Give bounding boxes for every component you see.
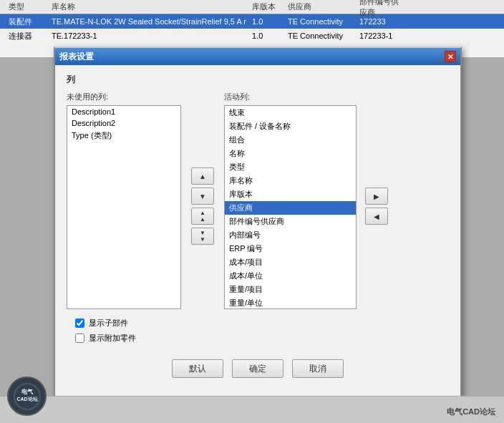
col-version-header: 库版本 xyxy=(246,1,282,12)
move-down-button[interactable]: ▼ xyxy=(191,188,214,205)
cell-partno: 172233-1 xyxy=(354,31,411,40)
show-addons-label: 显示附加零件 xyxy=(89,333,136,344)
list-item[interactable]: 重量/项目 xyxy=(225,283,356,296)
unused-listbox[interactable]: Description1 Description2 Type (类型) xyxy=(67,105,181,309)
unused-label: 未使用的列: xyxy=(67,92,181,102)
list-item[interactable]: 库名称 xyxy=(225,174,356,188)
list-item[interactable]: 线束 xyxy=(225,106,356,120)
cell-vendor: TE Connectivity xyxy=(282,31,354,40)
right-logo-text: 电气CAD论坛 xyxy=(447,407,495,416)
cell-name: TE.172233-1 xyxy=(46,31,246,40)
list-item[interactable]: 成本/项目 xyxy=(225,256,356,269)
move-up-button[interactable]: ▲ xyxy=(191,167,214,185)
add-to-active-button[interactable]: ▶ xyxy=(365,188,388,205)
cancel-button[interactable]: 取消 xyxy=(292,359,344,378)
list-item[interactable]: 库版本 xyxy=(225,188,356,201)
col-partno-header: 部件编号供应商 xyxy=(354,0,411,18)
table-header: 类型 库名称 库版本 供应商 部件编号供应商 xyxy=(0,0,504,14)
dialog-content: 列 未使用的列: Description1 Description2 Type … xyxy=(55,65,460,389)
remove-from-active-button[interactable]: ◀ xyxy=(365,208,388,225)
active-listbox[interactable]: 线束 装配件 / 设备名称 组合 名称 类型 库名称 库版本 供应商 部件编号供… xyxy=(224,105,357,309)
active-columns-panel: 活动列: 线束 装配件 / 设备名称 组合 名称 类型 库名称 库版本 供应商 … xyxy=(224,92,357,309)
cell-type: 装配件 xyxy=(3,16,46,27)
active-label: 活动列: xyxy=(224,92,357,102)
default-button[interactable]: 默认 xyxy=(172,359,223,378)
move-bottom-button[interactable]: ▼▼ xyxy=(191,228,214,245)
logo-icon: 电气 CAD论坛 xyxy=(13,382,42,411)
bottom-bar: 电气 CAD论坛 电气CAD论坛 xyxy=(0,396,504,423)
list-item[interactable]: 重量/单位 xyxy=(225,296,356,309)
svg-text:CAD论坛: CAD论坛 xyxy=(16,397,38,402)
table-row[interactable]: 装配件 TE.MATE-N-LOK 2W Sealed Socket/Strai… xyxy=(0,14,504,29)
confirm-button[interactable]: 确定 xyxy=(232,359,284,378)
list-item[interactable]: 内部编号 xyxy=(225,228,356,242)
move-top-button[interactable]: ▲▲ xyxy=(191,208,214,225)
col-type-header: 类型 xyxy=(3,1,46,12)
dialog-buttons: 默认 确定 取消 xyxy=(67,354,449,381)
table-row[interactable]: 连接器 TE.172233-1 1.0 TE Connectivity 1722… xyxy=(0,29,504,43)
unused-columns-panel: 未使用的列: Description1 Description2 Type (类… xyxy=(67,92,181,309)
right-logo: 电气CAD论坛 xyxy=(447,407,495,417)
show-subparts-label: 显示子部件 xyxy=(89,318,128,329)
left-logo: 电气 CAD论坛 xyxy=(7,376,47,416)
dialog-title: 报表设置 xyxy=(59,51,94,63)
cell-vendor: TE Connectivity xyxy=(282,17,354,26)
report-settings-dialog: 报表设置 ✕ 列 未使用的列: Description1 Description… xyxy=(54,47,462,397)
cell-partno: 172233 xyxy=(354,17,411,26)
columns-area: 未使用的列: Description1 Description2 Type (类… xyxy=(67,92,449,309)
list-item[interactable]: 部件编号供应商 xyxy=(225,215,356,228)
close-button[interactable]: ✕ xyxy=(445,51,456,62)
cell-version: 1.0 xyxy=(246,31,282,40)
checkbox-area: 显示子部件 显示附加零件 xyxy=(75,318,449,344)
cell-name: TE.MATE-N-LOK 2W Sealed Socket/StrainRel… xyxy=(46,17,246,26)
transfer-buttons: ▲ ▼ ▲▲ ▼▼ xyxy=(187,103,218,309)
list-item[interactable]: 成本/单位 xyxy=(225,269,356,283)
list-item[interactable]: Type (类型) xyxy=(67,129,180,142)
show-subparts-checkbox[interactable] xyxy=(75,319,84,328)
side-transfer-buttons: ▶ ◀ xyxy=(362,103,391,309)
show-addons-checkbox[interactable] xyxy=(75,334,84,343)
col-name-header: 库名称 xyxy=(46,1,246,12)
svg-text:电气: 电气 xyxy=(21,389,33,395)
list-item[interactable]: 组合 xyxy=(225,133,356,147)
checkbox-row-subparts: 显示子部件 xyxy=(75,318,449,329)
list-item[interactable]: 名称 xyxy=(225,147,356,160)
section-label: 列 xyxy=(67,74,449,86)
list-item[interactable]: Description2 xyxy=(67,117,180,129)
checkbox-row-addons: 显示附加零件 xyxy=(75,333,449,344)
list-item[interactable]: ERP 编号 xyxy=(225,242,356,256)
list-item-selected[interactable]: 供应商 xyxy=(225,201,356,215)
list-item[interactable]: 装配件 / 设备名称 xyxy=(225,120,356,133)
cell-version: 1.0 xyxy=(246,17,282,26)
list-item[interactable]: 类型 xyxy=(225,160,356,174)
col-vendor-header: 供应商 xyxy=(282,1,354,12)
list-item[interactable]: Description1 xyxy=(67,106,180,117)
cell-type: 连接器 xyxy=(3,31,46,42)
dialog-titlebar: 报表设置 ✕ xyxy=(55,48,460,65)
